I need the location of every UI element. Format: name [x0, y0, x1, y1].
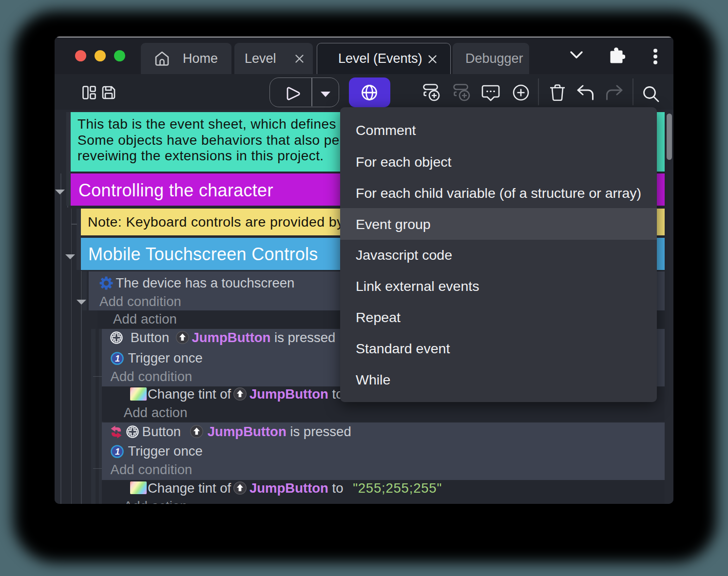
svg-text:1: 1	[115, 447, 119, 457]
svg-text:1: 1	[115, 354, 119, 364]
